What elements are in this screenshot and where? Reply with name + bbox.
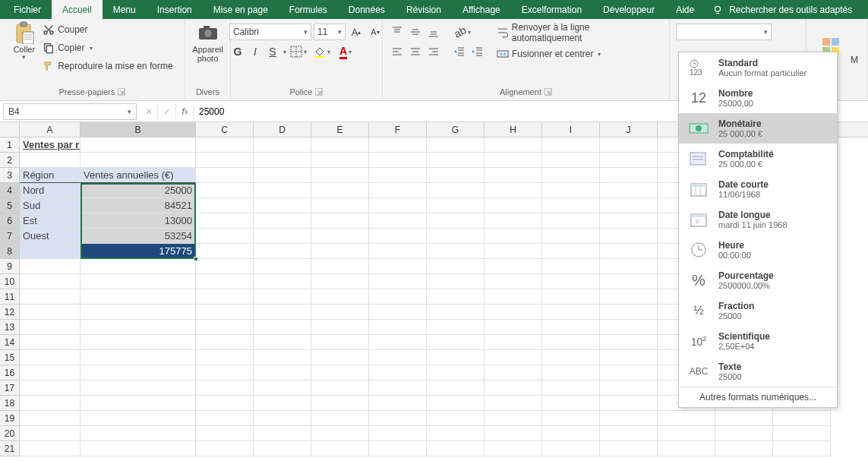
row-header-19[interactable]: 19 bbox=[0, 411, 20, 426]
row-header-13[interactable]: 13 bbox=[0, 320, 20, 335]
cell-C8[interactable] bbox=[196, 244, 254, 259]
cell-G13[interactable] bbox=[427, 320, 485, 335]
cell-B17[interactable] bbox=[80, 380, 196, 396]
row-header-14[interactable]: 14 bbox=[0, 335, 20, 350]
col-header-H[interactable]: H bbox=[485, 122, 542, 137]
cell-A17[interactable] bbox=[20, 380, 80, 396]
cell-G5[interactable] bbox=[427, 198, 485, 213]
merge-center-button[interactable]: Fusionner et centrer ▾ bbox=[494, 45, 663, 63]
cell-A19[interactable] bbox=[20, 411, 80, 426]
col-header-A[interactable]: A bbox=[20, 122, 80, 137]
cell-D17[interactable] bbox=[254, 380, 311, 396]
cell-B3[interactable]: Ventes annuelles (€) bbox=[80, 168, 196, 183]
cell-I17[interactable] bbox=[542, 380, 600, 396]
cell-L20[interactable] bbox=[715, 426, 773, 441]
cell-B15[interactable] bbox=[80, 350, 196, 365]
cell-B21[interactable] bbox=[80, 441, 196, 456]
col-header-B[interactable]: B bbox=[80, 122, 196, 137]
cell-G3[interactable] bbox=[427, 168, 485, 183]
cell-F11[interactable] bbox=[369, 289, 427, 305]
cell-C16[interactable] bbox=[196, 365, 254, 380]
cell-A10[interactable] bbox=[20, 274, 80, 289]
cell-G8[interactable] bbox=[427, 244, 485, 259]
cell-H10[interactable] bbox=[485, 274, 542, 289]
camera-button[interactable]: Appareil photo bbox=[188, 21, 227, 65]
borders-button[interactable]: ▾ bbox=[287, 43, 310, 60]
cell-I2[interactable] bbox=[542, 153, 600, 168]
cell-A9[interactable] bbox=[20, 259, 80, 274]
cell-F13[interactable] bbox=[369, 320, 427, 335]
italic-button[interactable]: I bbox=[247, 43, 264, 60]
cell-C4[interactable] bbox=[196, 183, 254, 198]
tab-excelformation[interactable]: Excelformation bbox=[511, 0, 592, 19]
cell-A8[interactable] bbox=[20, 244, 80, 259]
cell-D3[interactable] bbox=[254, 168, 311, 183]
cell-D4[interactable] bbox=[254, 183, 311, 198]
font-size-combo[interactable]: 11▾ bbox=[314, 24, 346, 40]
col-header-I[interactable]: I bbox=[542, 122, 600, 137]
format-option-comptabilité[interactable]: Comptabilité 25 000,00 € bbox=[679, 144, 837, 174]
cell-H9[interactable] bbox=[485, 259, 542, 274]
format-option-date-courte[interactable]: Date courte11/06/1968 bbox=[679, 174, 837, 204]
cell-H5[interactable] bbox=[485, 198, 542, 213]
cell-H8[interactable] bbox=[485, 244, 542, 259]
cell-H14[interactable] bbox=[485, 335, 542, 350]
cell-I20[interactable] bbox=[542, 426, 600, 441]
format-option-texte[interactable]: ABCTexte25000 bbox=[679, 356, 837, 387]
cell-A6[interactable]: Est bbox=[20, 213, 80, 229]
cell-C17[interactable] bbox=[196, 380, 254, 396]
cell-B4[interactable]: 25000 bbox=[80, 183, 196, 198]
cell-A7[interactable]: Ouest bbox=[20, 229, 80, 244]
cell-I10[interactable] bbox=[542, 274, 600, 289]
tab-accueil[interactable]: Accueil bbox=[52, 0, 103, 19]
tab-aide[interactable]: Aide bbox=[665, 0, 705, 19]
cell-J15[interactable] bbox=[600, 350, 658, 365]
cell-E7[interactable] bbox=[311, 229, 369, 244]
cell-J9[interactable] bbox=[600, 259, 658, 274]
align-right-button[interactable] bbox=[425, 43, 442, 60]
cell-H11[interactable] bbox=[485, 289, 542, 305]
dialog-launcher-icon[interactable] bbox=[544, 88, 552, 96]
tab-affichage[interactable]: Affichage bbox=[452, 0, 511, 19]
cell-M21[interactable] bbox=[773, 441, 831, 456]
cell-A14[interactable] bbox=[20, 335, 80, 350]
row-header-17[interactable]: 17 bbox=[0, 380, 20, 396]
cell-C6[interactable] bbox=[196, 213, 254, 229]
cell-D6[interactable] bbox=[254, 213, 311, 229]
cell-D15[interactable] bbox=[254, 350, 311, 365]
cell-G10[interactable] bbox=[427, 274, 485, 289]
cell-H17[interactable] bbox=[485, 380, 542, 396]
cell-D8[interactable] bbox=[254, 244, 311, 259]
align-left-button[interactable] bbox=[389, 43, 406, 60]
dialog-launcher-icon[interactable] bbox=[118, 88, 125, 96]
cell-J14[interactable] bbox=[600, 335, 658, 350]
cell-F19[interactable] bbox=[369, 411, 427, 426]
cell-D1[interactable] bbox=[254, 137, 311, 153]
select-all-corner[interactable] bbox=[0, 122, 20, 137]
cell-G4[interactable] bbox=[427, 183, 485, 198]
cell-E10[interactable] bbox=[311, 274, 369, 289]
cell-H13[interactable] bbox=[485, 320, 542, 335]
row-header-21[interactable]: 21 bbox=[0, 441, 20, 456]
cell-H12[interactable] bbox=[485, 305, 542, 320]
cell-E13[interactable] bbox=[311, 320, 369, 335]
cell-I16[interactable] bbox=[542, 365, 600, 380]
wrap-text-button[interactable]: Renvoyer à la ligne automatiquement bbox=[494, 24, 663, 42]
align-center-button[interactable] bbox=[407, 43, 424, 60]
row-header-1[interactable]: 1 bbox=[0, 137, 20, 153]
cell-I12[interactable] bbox=[542, 305, 600, 320]
cell-D21[interactable] bbox=[254, 441, 311, 456]
row-header-3[interactable]: 3 bbox=[0, 168, 20, 183]
cell-J19[interactable] bbox=[600, 411, 658, 426]
cell-H16[interactable] bbox=[485, 365, 542, 380]
cell-C15[interactable] bbox=[196, 350, 254, 365]
cell-C20[interactable] bbox=[196, 426, 254, 441]
row-header-12[interactable]: 12 bbox=[0, 305, 20, 320]
cell-I19[interactable] bbox=[542, 411, 600, 426]
cell-C10[interactable] bbox=[196, 274, 254, 289]
insert-function-button[interactable]: fx bbox=[176, 104, 194, 119]
underline-button[interactable]: S bbox=[264, 43, 281, 60]
cell-E16[interactable] bbox=[311, 365, 369, 380]
name-box[interactable]: B4▾ bbox=[3, 103, 137, 120]
font-name-combo[interactable]: Calibri▾ bbox=[229, 24, 311, 40]
